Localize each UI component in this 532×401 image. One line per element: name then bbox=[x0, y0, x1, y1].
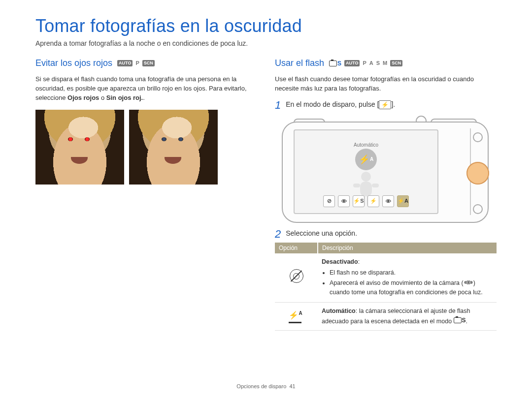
mode-auto-icon: AUTO bbox=[117, 60, 133, 66]
red-eye-opt1: Ojos rojos bbox=[67, 94, 99, 101]
svg-rect-6 bbox=[466, 281, 470, 284]
opt-off-b2: Aparecerá el aviso de movimiento de la c… bbox=[330, 278, 493, 297]
page-title: Tomar fotografías en la oscuridad bbox=[35, 16, 497, 36]
flash-button-icon: ⚡ bbox=[379, 100, 391, 109]
flash-body: Use el flash cuando desee tomar fotograf… bbox=[275, 75, 497, 93]
svg-rect-2 bbox=[353, 184, 360, 187]
step2-text: Seleccione una opción. bbox=[286, 229, 357, 240]
table-row: ⚡A Automático: la cámara seleccionará el… bbox=[275, 303, 497, 331]
flash-options-table: Opción Descripción Desactivado: El flash… bbox=[275, 243, 497, 331]
svg-rect-3 bbox=[372, 184, 379, 187]
step-number: 1 bbox=[275, 100, 281, 111]
mode-m-icon: M bbox=[383, 61, 387, 66]
mode-cs-icon: S bbox=[454, 316, 466, 325]
portrait-fixed bbox=[129, 110, 218, 185]
section-flash: Usar el flash S AUTO P A S M SCN Use el … bbox=[275, 58, 497, 331]
opt-off-title: Desactivado bbox=[322, 258, 358, 265]
fi-off-icon: ⊘ bbox=[323, 195, 335, 207]
fi-on-icon: ⚡ bbox=[367, 195, 379, 207]
red-eye-body-post: . bbox=[143, 94, 145, 101]
mode-p-icon: P bbox=[135, 61, 139, 66]
opt-auto-title: Automático bbox=[322, 308, 356, 314]
red-eye-body: Si se dispara el flash cuando toma una f… bbox=[35, 75, 257, 103]
red-eye-opt2: Sin ojos roj. bbox=[106, 94, 143, 101]
page-footer: Opciones de disparo 41 bbox=[0, 383, 532, 389]
red-eye-body-mid: o bbox=[99, 94, 106, 101]
step1-post: ]. bbox=[391, 100, 395, 108]
opt-auto-text-post: . bbox=[466, 318, 467, 325]
shake-icon bbox=[465, 279, 472, 288]
option-auto-icon: ⚡A bbox=[289, 309, 303, 323]
svg-rect-1 bbox=[360, 182, 372, 196]
red-eye-heading: Evitar los ojos rojos bbox=[35, 58, 112, 68]
mode-cs-icon: S bbox=[329, 60, 341, 67]
opt-off-b1: El flash no se disparará. bbox=[330, 268, 493, 278]
section-red-eye: Evitar los ojos rojos AUTO P SCN Si se d… bbox=[35, 58, 257, 331]
fi-auto-icon: ⚡A bbox=[397, 195, 409, 207]
portrait-red-eye bbox=[35, 110, 124, 185]
mode-a-icon: A bbox=[369, 61, 373, 66]
step-2: 2 Seleccione una opción. bbox=[275, 229, 497, 240]
th-desc: Descripción bbox=[318, 243, 497, 253]
camera-screen: Automático ⚡A ⊘ 👁 ⚡S ⚡ bbox=[294, 129, 438, 214]
mode-scn-icon: SCN bbox=[390, 60, 402, 66]
svg-point-7 bbox=[467, 281, 469, 283]
option-off-icon bbox=[290, 269, 303, 283]
step1-pre: En el modo de disparo, pulse [ bbox=[286, 100, 379, 108]
screen-badge-label: Automático bbox=[354, 142, 378, 148]
step-number: 2 bbox=[275, 229, 281, 240]
mode-icons: AUTO P SCN bbox=[117, 60, 155, 66]
mode-icons: S AUTO P A S M SCN bbox=[329, 60, 402, 67]
camera-illustration: Automático ⚡A ⊘ 👁 ⚡S ⚡ bbox=[282, 116, 497, 223]
mode-auto-icon: AUTO bbox=[344, 60, 360, 66]
fi-eye-icon: 👁 bbox=[338, 195, 350, 207]
screen-badge-icon: ⚡A bbox=[355, 149, 377, 170]
table-row: Desactivado: El flash no se disparará. A… bbox=[275, 253, 497, 303]
mode-p-icon: P bbox=[363, 61, 366, 66]
fi-slow-icon: ⚡S bbox=[353, 195, 365, 207]
svg-point-0 bbox=[361, 172, 371, 182]
mode-s-icon: S bbox=[376, 61, 380, 66]
flash-heading: Usar el flash bbox=[275, 58, 324, 68]
th-option: Opción bbox=[275, 243, 318, 253]
step-1: 1 En el modo de disparo, pulse [⚡]. bbox=[275, 100, 497, 111]
mode-scn-icon: SCN bbox=[142, 60, 155, 66]
flash-option-row: ⊘ 👁 ⚡S ⚡ 👁 ⚡A bbox=[323, 195, 409, 207]
fi-redeye-icon: 👁 bbox=[382, 195, 394, 207]
dial-highlight-icon bbox=[466, 162, 489, 185]
page-intro: Aprenda a tomar fotografías a la noche o… bbox=[35, 39, 497, 47]
